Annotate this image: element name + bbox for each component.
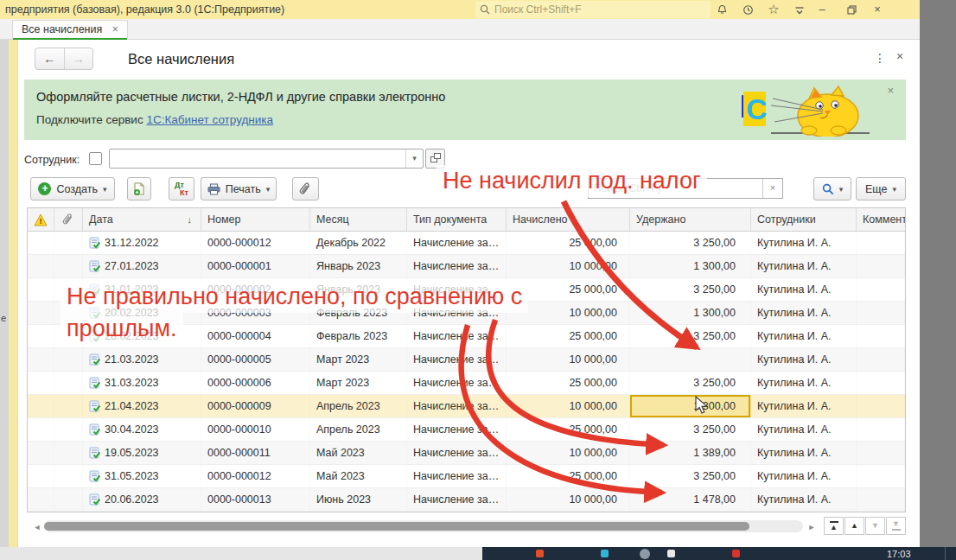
more-button[interactable]: Еще ▾: [856, 177, 906, 200]
cell-doc-type[interactable]: Начисление за…: [407, 488, 507, 511]
cell-doc-type[interactable]: Начисление за…: [407, 348, 507, 371]
employee-picker-button[interactable]: [425, 149, 445, 169]
cell-month[interactable]: Апрель 2023: [310, 418, 407, 441]
table-row[interactable]: 31.03.20230000-000006Март 2023Начисление…: [28, 372, 905, 395]
copy-document-button[interactable]: [127, 177, 151, 200]
cell-number[interactable]: 0000-000003: [201, 302, 310, 324]
cell-month[interactable]: Май 2023: [310, 465, 407, 487]
cell-accrued[interactable]: 25 000,00: [507, 232, 630, 254]
cell-doc-type[interactable]: Начисление за…: [407, 418, 507, 441]
cell-withheld[interactable]: 1 300,00: [630, 302, 751, 324]
table-row[interactable]: 31.05.20230000-000012Май 2023Начисление …: [28, 465, 905, 488]
cell-employees[interactable]: Кутилина И. А.: [751, 325, 857, 347]
cell-comment[interactable]: [857, 232, 905, 254]
cell-comment[interactable]: [857, 488, 905, 511]
cell-comment[interactable]: [857, 302, 905, 324]
employee-combobox[interactable]: ▾: [109, 149, 424, 169]
minimize-icon[interactable]: –: [811, 0, 833, 19]
taskbar-icon-5[interactable]: [732, 550, 740, 557]
cell-withheld[interactable]: 1 300,00: [630, 395, 751, 417]
cell-month[interactable]: Март 2023: [310, 372, 407, 394]
cell-number[interactable]: 0000-000005: [201, 348, 310, 371]
dt-kt-postings-button[interactable]: ДтКт: [169, 177, 194, 200]
cell-number[interactable]: 0000-000006: [201, 372, 310, 394]
close-window-icon[interactable]: ×: [866, 0, 889, 19]
cell-doc-type[interactable]: Начисление за…: [407, 325, 507, 347]
header-warning-icon[interactable]: !: [28, 208, 54, 231]
cell-month[interactable]: Май 2023: [310, 442, 407, 464]
history-clock-icon[interactable]: [736, 0, 759, 19]
cell-date[interactable]: 31.05.2023: [83, 465, 201, 487]
cell-month[interactable]: Июнь 2023: [310, 488, 407, 511]
cell-date[interactable]: 31.12.2022: [83, 232, 201, 254]
table-row[interactable]: 31.01.20230000-000002Январь 2023Начислен…: [28, 278, 905, 302]
cell-number[interactable]: 0000-000012: [201, 232, 310, 254]
go-first-button[interactable]: ▲: [824, 517, 844, 535]
table-row[interactable]: 20.06.20230000-000013Июнь 2023Начисление…: [28, 488, 905, 512]
cell-accrued[interactable]: 10 000,00: [507, 488, 630, 511]
cell-withheld[interactable]: [630, 348, 751, 371]
cell-accrued[interactable]: 25 000,00: [507, 278, 630, 301]
header-date[interactable]: Дата↓: [83, 208, 201, 231]
cell-date[interactable]: 21.03.2023: [83, 348, 201, 371]
cell-accrued[interactable]: 10 000,00: [507, 255, 630, 277]
table-row[interactable]: 30.04.20230000-000010Апрель 2023Начислен…: [28, 418, 905, 442]
banner-link[interactable]: 1С:Кабинет сотрудника: [146, 113, 273, 126]
cell-accrued[interactable]: 25 000,00: [507, 372, 630, 394]
clear-search-icon[interactable]: ×: [762, 179, 782, 198]
tab-vse-nachisleniya[interactable]: Все начисления ×: [12, 20, 128, 40]
taskbar-icon-4[interactable]: [667, 550, 675, 557]
cell-accrued[interactable]: 10 000,00: [507, 348, 630, 371]
cell-number[interactable]: 0000-000010: [201, 418, 310, 441]
cell-date[interactable]: 27.01.2023: [83, 255, 201, 277]
go-next-button[interactable]: ▼: [865, 517, 885, 535]
cell-employees[interactable]: Кутилина И. А.: [751, 372, 857, 394]
cell-doc-type[interactable]: Начисление за…: [407, 278, 507, 301]
cell-month[interactable]: Февраль 2023: [310, 325, 407, 347]
advanced-search-button[interactable]: ▾: [813, 177, 851, 200]
cell-withheld[interactable]: 1 478,00: [630, 488, 751, 511]
header-comment[interactable]: Коммент: [857, 208, 905, 231]
forward-button[interactable]: →: [65, 48, 93, 69]
header-month[interactable]: Месяц: [310, 208, 407, 231]
collapse-panel-icon[interactable]: [788, 0, 811, 19]
cell-number[interactable]: 0000-000012: [201, 465, 310, 487]
cell-comment[interactable]: [857, 278, 905, 301]
cell-withheld[interactable]: 3 250,00: [630, 278, 751, 301]
table-row[interactable]: 20.02.20230000-000003Февраль 2023Начисле…: [28, 302, 905, 325]
cell-comment[interactable]: [857, 348, 905, 371]
cell-accrued[interactable]: 25 000,00: [507, 465, 630, 487]
cell-doc-type[interactable]: Начисление за…: [407, 232, 507, 254]
cell-number[interactable]: 0000-000011: [201, 442, 310, 464]
tab-close-icon[interactable]: ×: [112, 23, 118, 35]
cell-accrued[interactable]: 10 000,00: [507, 302, 630, 324]
header-paperclip-icon[interactable]: [54, 208, 83, 231]
cell-employees[interactable]: Кутилина И. А.: [751, 395, 857, 417]
cell-employees[interactable]: Кутилина И. А.: [751, 348, 857, 371]
cell-employees[interactable]: Кутилина И. А.: [751, 302, 857, 324]
attachments-button[interactable]: [292, 177, 319, 200]
cell-comment[interactable]: [857, 372, 905, 394]
table-row[interactable]: 21.04.20230000-000009Апрель 2023Начислен…: [28, 395, 905, 418]
form-menu-kebab-icon[interactable]: ⋮: [873, 48, 887, 67]
form-close-icon[interactable]: ×: [893, 49, 907, 67]
cell-employees[interactable]: Кутилина И. А.: [751, 255, 857, 277]
header-withheld[interactable]: Удержано: [630, 208, 751, 231]
table-row[interactable]: 31.12.20220000-000012Декабрь 2022Начисле…: [28, 232, 905, 255]
list-search-input[interactable]: Поиск (Ctrl+F) ×: [588, 178, 783, 199]
restore-window-icon[interactable]: [840, 0, 863, 19]
header-employees[interactable]: Сотрудники: [751, 208, 857, 231]
cell-date[interactable]: 21.04.2023: [83, 395, 201, 417]
cell-withheld[interactable]: 3 250,00: [630, 418, 751, 441]
cell-month[interactable]: Апрель 2023: [310, 395, 407, 417]
cell-doc-type[interactable]: Начисление за…: [407, 302, 507, 324]
global-search-input[interactable]: Поиск Ctrl+Shift+F: [475, 1, 711, 18]
print-button[interactable]: Печать ▾: [201, 177, 277, 200]
cell-number[interactable]: 0000-000002: [201, 278, 310, 301]
cell-number[interactable]: 0000-000013: [201, 488, 310, 511]
cell-date[interactable]: 20.06.2023: [83, 488, 201, 511]
banner-close-icon[interactable]: ×: [887, 84, 894, 97]
cell-number[interactable]: 0000-000009: [201, 395, 310, 417]
cell-withheld[interactable]: 3 250,00: [630, 465, 751, 487]
cell-employees[interactable]: Кутилина И. А.: [751, 278, 857, 301]
